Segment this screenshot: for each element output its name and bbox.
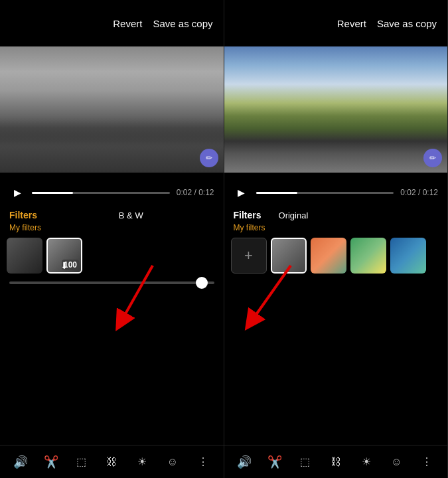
left-filter-strip[interactable]: 100 ⬇ — [0, 235, 224, 276]
right-playback-bar: ▶ 0:02 / 0:12 — [224, 179, 448, 206]
right-video-preview — [224, 46, 448, 173]
left-progress-track[interactable] — [32, 192, 170, 194]
right-toolbar-adjust-icon[interactable]: ☀ — [356, 451, 377, 473]
left-filter-thumb-1[interactable] — [7, 238, 42, 274]
left-filter-thumb-bw[interactable]: 100 ⬇ — [46, 238, 82, 274]
right-filter-color3[interactable] — [390, 238, 426, 274]
right-my-filters-label[interactable]: My filters — [234, 223, 265, 232]
left-play-button[interactable]: ▶ — [9, 185, 25, 200]
right-filter-label-row: Filters Original — [224, 206, 448, 223]
right-revert-button[interactable]: Revert — [337, 18, 366, 29]
left-toolbar-crop-icon[interactable]: ⬚ — [70, 451, 92, 473]
right-progress-fill — [256, 192, 297, 194]
left-controls: ▶ 0:02 / 0:12 Filters B & W My filters 1… — [0, 173, 224, 445]
left-progress-fill — [32, 192, 73, 194]
right-selected-filter-name: Original — [279, 210, 438, 220]
left-video-area: ✏ — [0, 46, 224, 173]
right-filter-strip[interactable]: + — [224, 235, 448, 276]
left-video-preview — [0, 46, 224, 173]
left-save-as-copy-button[interactable]: Save as copy — [153, 18, 212, 29]
left-playback-bar: ▶ 0:02 / 0:12 — [0, 179, 224, 206]
right-toolbar-emoji-icon[interactable]: ☺ — [386, 451, 407, 473]
right-my-filters-row: My filters — [224, 223, 448, 235]
right-filters-label[interactable]: Filters — [234, 210, 261, 220]
left-toolbar-emoji-icon[interactable]: ☺ — [162, 451, 183, 473]
right-play-button[interactable]: ▶ — [234, 185, 250, 200]
left-toolbar-adjust-icon[interactable]: ☀ — [131, 451, 153, 473]
right-filter-original[interactable] — [271, 238, 307, 274]
right-time-label: 0:02 / 0:12 — [400, 188, 438, 197]
left-selected-filter-name: B & W — [48, 210, 214, 220]
right-edit-icon[interactable]: ✏ — [423, 149, 442, 167]
right-progress-track[interactable] — [256, 192, 394, 194]
left-intensity-slider[interactable] — [0, 276, 224, 287]
right-filter-color2[interactable] — [350, 238, 386, 274]
left-slider-track[interactable] — [9, 281, 214, 284]
left-bottom-toolbar: 🔊 ✂️ ⬚ ⛓ ☀ ☺ ⋮ — [0, 445, 224, 478]
left-revert-button[interactable]: Revert — [113, 18, 142, 29]
left-panel: Revert Save as copy ✏ ▶ 0:02 / 0:12 Filt… — [0, 0, 224, 478]
right-video-area: ✏ — [224, 46, 448, 173]
left-slider-thumb[interactable] — [196, 277, 208, 289]
right-toolbar-more-icon[interactable]: ⋮ — [416, 451, 437, 473]
right-toolbar-filter-icon[interactable]: ⛓ — [325, 451, 346, 473]
right-filter-color1[interactable] — [311, 238, 346, 274]
right-toolbar-cut-icon[interactable]: ✂️ — [264, 451, 285, 473]
right-bottom-toolbar: 🔊 ✂️ ⬚ ⛓ ☀ ☺ ⋮ — [224, 445, 448, 478]
right-toolbar-crop-icon[interactable]: ⬚ — [295, 451, 316, 473]
left-toolbar-more-icon[interactable]: ⋮ — [192, 451, 214, 473]
right-filter-add-button[interactable]: + — [231, 238, 267, 274]
left-top-bar: Revert Save as copy — [0, 0, 224, 46]
left-toolbar-cut-icon[interactable]: ✂️ — [40, 451, 62, 473]
right-top-bar: Revert Save as copy — [224, 0, 448, 46]
left-my-filters-row: My filters — [0, 223, 224, 235]
left-filter-label-row: Filters B & W — [0, 206, 224, 223]
right-controls: ▶ 0:02 / 0:12 Filters Original My filter… — [224, 173, 448, 445]
left-time-label: 0:02 / 0:12 — [177, 188, 214, 197]
right-save-as-copy-button[interactable]: Save as copy — [377, 18, 437, 29]
left-edit-icon[interactable]: ✏ — [200, 149, 218, 167]
left-download-icon[interactable]: ⬇ — [60, 260, 68, 271]
right-toolbar-volume-icon[interactable]: 🔊 — [234, 451, 255, 473]
left-toolbar-volume-icon[interactable]: 🔊 — [10, 451, 31, 473]
left-my-filters-label[interactable]: My filters — [9, 223, 41, 232]
left-toolbar-filter-icon[interactable]: ⛓ — [101, 451, 122, 473]
right-panel: Revert Save as copy ✏ ▶ 0:02 / 0:12 Filt… — [224, 0, 449, 478]
left-filters-label[interactable]: Filters — [9, 210, 37, 220]
